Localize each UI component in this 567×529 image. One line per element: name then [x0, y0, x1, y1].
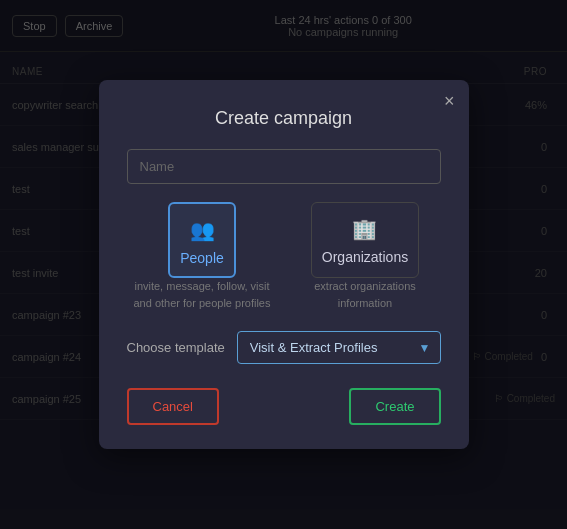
- type-org-label: Organizations: [322, 249, 408, 265]
- modal-title: Create campaign: [127, 108, 441, 129]
- create-campaign-modal: × Create campaign 👥 People invite, messa…: [99, 80, 469, 449]
- close-button[interactable]: ×: [444, 92, 455, 110]
- type-people-button[interactable]: 👥 People: [168, 202, 236, 278]
- type-org-button[interactable]: 🏢 Organizations: [311, 202, 419, 278]
- type-org-desc: extract organizations information: [290, 278, 441, 311]
- app-background: Stop Archive Last 24 hrs' actions 0 of 3…: [0, 0, 567, 529]
- type-selector: 👥 People invite, message, follow, visit …: [127, 202, 441, 311]
- type-people-label: People: [180, 250, 224, 266]
- template-label: Choose template: [127, 340, 225, 355]
- org-icon: 🏢: [352, 217, 377, 241]
- type-card-people: 👥 People invite, message, follow, visit …: [127, 202, 278, 311]
- cancel-button[interactable]: Cancel: [127, 388, 219, 425]
- modal-overlay: × Create campaign 👥 People invite, messa…: [0, 0, 567, 529]
- type-card-org: 🏢 Organizations extract organizations in…: [290, 202, 441, 311]
- create-button[interactable]: Create: [349, 388, 440, 425]
- campaign-name-input[interactable]: [127, 149, 441, 184]
- template-select-wrapper: Visit & Extract Profiles Invite to Conne…: [237, 331, 441, 364]
- people-icon: 👥: [190, 218, 215, 242]
- modal-footer: Cancel Create: [127, 388, 441, 425]
- template-select[interactable]: Visit & Extract Profiles Invite to Conne…: [237, 331, 441, 364]
- type-people-desc: invite, message, follow, visit and other…: [127, 278, 278, 311]
- template-row: Choose template Visit & Extract Profiles…: [127, 331, 441, 364]
